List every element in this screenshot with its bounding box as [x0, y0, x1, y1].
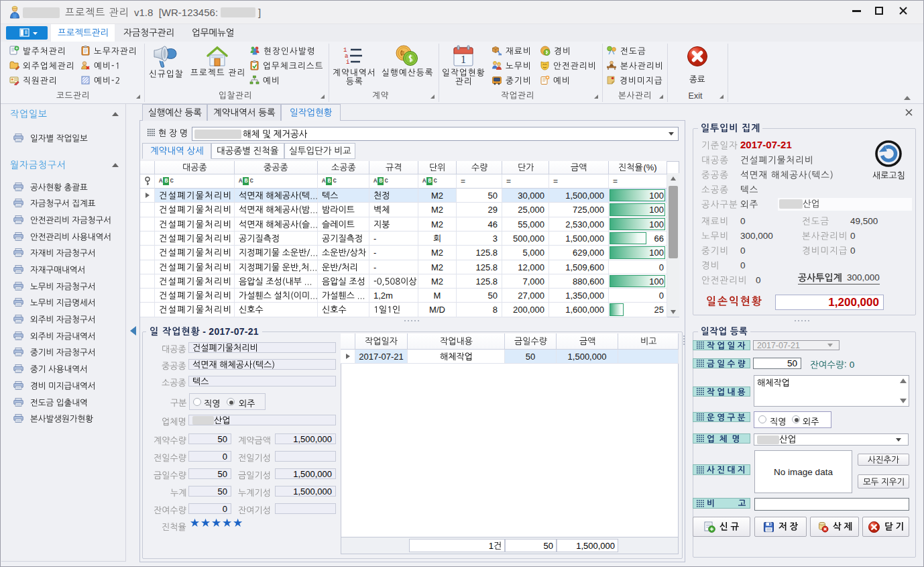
- svg-text:i: i: [346, 59, 349, 66]
- svg-text:1: 1: [461, 54, 466, 65]
